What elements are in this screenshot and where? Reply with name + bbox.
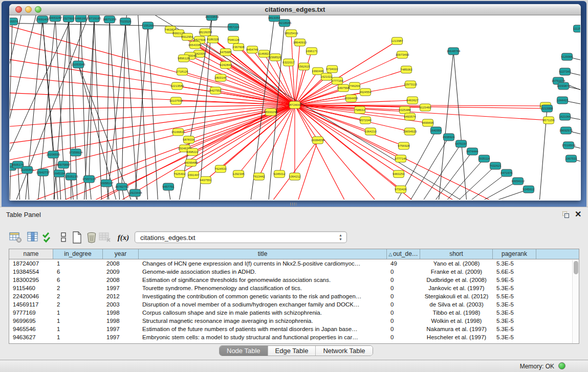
- delete-trash-icon[interactable]: [84, 231, 99, 244]
- graph-node[interactable]: 20206556: [47, 151, 60, 158]
- graph-edge[interactable]: [295, 77, 326, 105]
- column-header-out_de[interactable]: △out_de…: [387, 249, 420, 259]
- function-builder-icon[interactable]: f(x): [115, 231, 132, 244]
- new-file-icon[interactable]: [70, 231, 84, 244]
- graph-edge[interactable]: [279, 105, 295, 174]
- graph-edge[interactable]: [456, 166, 495, 200]
- graph-node[interactable]: 12093872: [557, 82, 571, 90]
- graph-node[interactable]: 9777169: [331, 77, 343, 84]
- zoom-window-button[interactable]: [35, 6, 41, 13]
- graph-node[interactable]: 6466160: [75, 15, 87, 22]
- graph-edge[interactable]: [43, 172, 46, 200]
- graph-node[interactable]: 9245612: [522, 186, 535, 193]
- graph-node[interactable]: 2935114: [478, 155, 491, 162]
- graph-edge[interactable]: [59, 173, 61, 200]
- graph-node[interactable]: 16782759: [115, 183, 129, 190]
- table-mode-icon[interactable]: [56, 231, 71, 244]
- graph-node[interactable]: 9457791: [162, 183, 175, 190]
- table-row[interactable]: 977716911998Corpus callosum shape and si…: [9, 309, 579, 317]
- graph-node[interactable]: 17016504: [562, 142, 576, 149]
- graph-node[interactable]: 9245012: [273, 170, 286, 178]
- graph-node[interactable]: 2803144: [214, 74, 227, 81]
- tab-node-table[interactable]: Node Table: [220, 346, 268, 356]
- graph-edge[interactable]: [106, 19, 110, 183]
- table-row[interactable]: 1456911722003Disruption of a novel membe…: [9, 300, 579, 309]
- graph-node[interactable]: 6497568: [337, 84, 350, 92]
- graph-edge[interactable]: [107, 15, 127, 200]
- graph-node[interactable]: 9699695: [422, 119, 434, 126]
- window-titlebar[interactable]: citations_edges.txt: [9, 4, 581, 15]
- graph-node[interactable]: 9474444: [466, 148, 478, 155]
- column-header-pagerank[interactable]: pagerank: [493, 249, 536, 259]
- graph-node[interactable]: 7546128: [227, 36, 239, 43]
- graph-node[interactable]: 10975887: [57, 161, 71, 168]
- graph-node[interactable]: 8938924: [443, 134, 455, 141]
- graph-node[interactable]: 10958107: [100, 180, 114, 187]
- graph-edge[interactable]: [10, 15, 38, 148]
- graph-edge[interactable]: [453, 51, 467, 200]
- table-row[interactable]: 911546021997Tourette syndrome. Phenomeno…: [9, 284, 579, 292]
- memory-status-indicator[interactable]: [558, 362, 565, 369]
- graph-node[interactable]: 10653287: [49, 15, 62, 21]
- graph-node[interactable]: 2718126: [176, 68, 188, 75]
- graph-node[interactable]: 1621064: [559, 113, 571, 120]
- graph-edge[interactable]: [148, 26, 158, 200]
- graph-node[interactable]: 1691447: [187, 171, 200, 179]
- graph-node[interactable]: 3475685: [220, 49, 232, 56]
- graph-node[interactable]: 18325419: [285, 30, 298, 37]
- column-header-short[interactable]: short: [420, 249, 493, 259]
- graph-node[interactable]: 10107554: [169, 97, 183, 104]
- graph-node[interactable]: 11156869: [20, 166, 34, 173]
- show-columns-icon[interactable]: [26, 231, 40, 244]
- graph-node[interactable]: 16671358: [103, 16, 117, 23]
- graph-node[interactable]: 19384554: [311, 137, 325, 144]
- graph-node[interactable]: 2405574: [10, 18, 18, 25]
- graph-node[interactable]: 8454749: [246, 46, 258, 53]
- graph-edge[interactable]: [78, 18, 81, 64]
- delete-table-icon[interactable]: [98, 231, 112, 244]
- graph-node[interactable]: 18226058: [199, 29, 212, 36]
- graph-edge[interactable]: [439, 51, 453, 200]
- graph-node[interactable]: 16543382: [188, 41, 202, 49]
- graph-node[interactable]: 9242844: [220, 61, 232, 69]
- graph-node[interactable]: 7155266: [142, 22, 154, 29]
- graph-node[interactable]: 9129966: [561, 53, 573, 60]
- graph-node[interactable]: 2025488: [399, 106, 411, 114]
- graph-edge[interactable]: [295, 42, 300, 105]
- graph-edge[interactable]: [42, 19, 53, 155]
- graph-node[interactable]: 7632621: [489, 162, 502, 169]
- graph-node[interactable]: 21053346: [72, 61, 85, 68]
- minimize-window-button[interactable]: [25, 6, 32, 13]
- graph-node[interactable]: 7857224: [227, 24, 239, 31]
- graph-node[interactable]: 8813054: [268, 15, 280, 21]
- table-row[interactable]: 1830029562008Estimation of significance …: [9, 276, 579, 284]
- graph-node[interactable]: 8471676: [500, 169, 513, 177]
- graph-node[interactable]: 1562615: [298, 63, 310, 70]
- graph-edge[interactable]: [490, 189, 529, 200]
- table-row[interactable]: 946362711997Embryonic stem cells: a mode…: [9, 333, 579, 341]
- column-header-in_degree[interactable]: in_degree: [53, 249, 103, 259]
- graph-node[interactable]: 19218986: [278, 19, 292, 27]
- graph-edge[interactable]: [193, 105, 295, 175]
- graph-node[interactable]: 16648784: [447, 48, 461, 55]
- column-header-name[interactable]: name: [9, 249, 53, 259]
- graph-node[interactable]: 1244415: [556, 97, 569, 104]
- column-header-title[interactable]: title: [139, 249, 387, 259]
- graph-node[interactable]: 1292345: [232, 170, 245, 178]
- graph-edge[interactable]: [295, 105, 318, 140]
- graph-edge[interactable]: [295, 105, 463, 200]
- graph-node[interactable]: 9777146: [395, 155, 407, 162]
- graph-node[interactable]: 10719185: [88, 15, 101, 22]
- table-row[interactable]: 2242004622012Investigating the contribut…: [9, 292, 579, 300]
- graph-edge[interactable]: [10, 15, 23, 118]
- graph-node[interactable]: 18640910: [293, 39, 307, 46]
- graph-node[interactable]: 17957223: [82, 176, 96, 183]
- graph-node[interactable]: 12213583: [170, 82, 184, 90]
- graph-node[interactable]: 9463254: [393, 170, 405, 178]
- graph-node[interactable]: 8912954: [181, 33, 193, 40]
- graph-node[interactable]: 17359924: [69, 149, 83, 156]
- network-svg[interactable]: 1872400774638228660128891295418226058982…: [10, 15, 580, 200]
- graph-node[interactable]: 7625402: [173, 170, 186, 178]
- graph-node[interactable]: 14099488: [184, 159, 198, 166]
- graph-node[interactable]: 7613442: [253, 173, 265, 180]
